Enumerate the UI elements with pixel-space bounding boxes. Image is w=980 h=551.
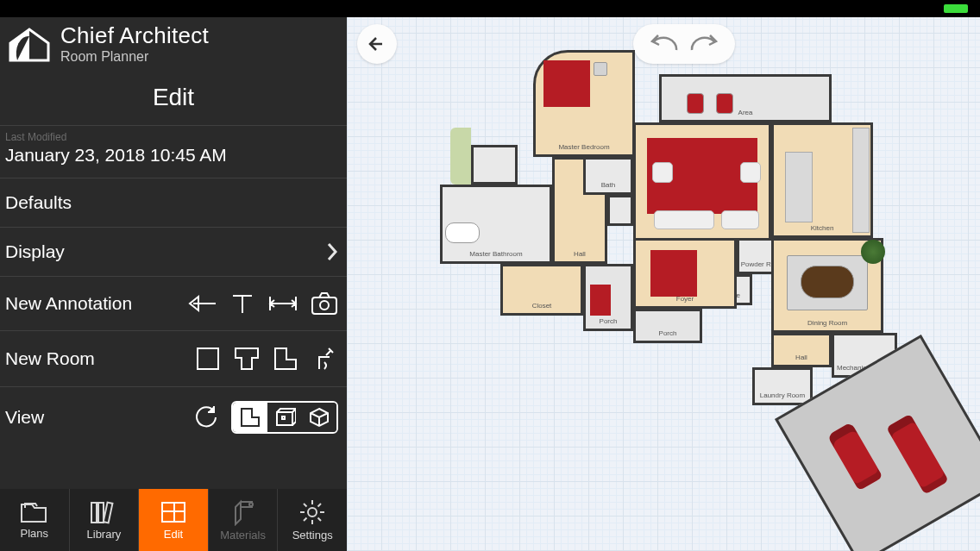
tab-library[interactable]: Library xyxy=(70,489,140,551)
tub[interactable] xyxy=(445,222,480,243)
view-3d-button[interactable] xyxy=(302,403,336,432)
room-porch-2[interactable] xyxy=(633,309,702,343)
tab-materials-label: Materials xyxy=(220,529,266,542)
view-mode-toggle xyxy=(231,401,338,434)
room-bath[interactable] xyxy=(583,157,633,195)
tab-materials[interactable]: Materials xyxy=(209,489,279,551)
car-2[interactable] xyxy=(886,414,949,495)
tab-edit-label: Edit xyxy=(164,528,183,541)
tab-settings[interactable]: Settings xyxy=(278,489,347,551)
row-defaults-label: Defaults xyxy=(5,192,72,213)
dining-table[interactable] xyxy=(801,266,854,298)
furn-chair[interactable] xyxy=(716,93,733,114)
kitchen-counter[interactable] xyxy=(852,128,870,233)
brand-logo-icon xyxy=(7,26,52,62)
kitchen-island[interactable] xyxy=(785,152,813,222)
tab-plans[interactable]: Plans xyxy=(0,489,70,551)
view-dollhouse-button[interactable] xyxy=(267,403,302,432)
tab-plans-label: Plans xyxy=(21,527,49,540)
dimension-annotation-icon[interactable] xyxy=(267,292,298,315)
row-annotation-label: New Annotation xyxy=(5,293,132,314)
view-2d-button[interactable] xyxy=(233,403,267,432)
armchair[interactable] xyxy=(740,162,761,183)
room-lshape-icon[interactable] xyxy=(273,346,298,372)
back-button[interactable] xyxy=(357,24,397,64)
furn-nightstand[interactable] xyxy=(594,62,607,76)
room-tshape-icon[interactable] xyxy=(233,346,261,372)
arrow-left-icon xyxy=(367,34,387,54)
svg-rect-2 xyxy=(198,348,218,369)
room-laundry[interactable] xyxy=(752,367,813,405)
chevron-right-icon xyxy=(326,241,338,262)
room-wc[interactable] xyxy=(471,145,518,185)
row-display[interactable]: Display xyxy=(0,228,347,277)
armchair[interactable] xyxy=(652,162,673,183)
room-area[interactable] xyxy=(659,74,832,122)
plant[interactable] xyxy=(861,240,885,264)
row-defaults[interactable]: Defaults xyxy=(0,178,347,228)
row-display-label: Display xyxy=(5,241,65,262)
refresh-icon[interactable] xyxy=(193,404,219,430)
room-linen[interactable] xyxy=(607,195,633,226)
last-modified-label: Last Modified xyxy=(0,126,347,143)
bed-guest[interactable] xyxy=(650,250,697,297)
panel-title: Edit xyxy=(0,75,347,126)
room-freehand-icon[interactable] xyxy=(311,345,338,373)
sidebar: Chief Architect Room Planner Edit Last M… xyxy=(0,0,347,551)
car-1[interactable] xyxy=(827,422,883,491)
brand-subtitle: Room Planner xyxy=(60,49,209,65)
row-annotation: New Annotation xyxy=(0,277,347,331)
last-modified-value: January 23, 2018 10:45 AM xyxy=(0,143,347,178)
furn-chair[interactable] xyxy=(687,93,704,114)
svg-rect-4 xyxy=(91,503,97,523)
app-root: Chief Architect Room Planner Edit Last M… xyxy=(0,0,980,551)
row-new-room: New Room xyxy=(0,331,347,387)
room-closet[interactable] xyxy=(500,264,583,316)
sofa[interactable] xyxy=(721,210,759,229)
svg-point-8 xyxy=(249,503,253,506)
status-bar xyxy=(0,0,980,17)
svg-point-9 xyxy=(308,508,317,517)
bottom-tab-bar: Plans Library Edit Materials Settings xyxy=(0,489,347,551)
svg-point-1 xyxy=(320,301,329,310)
svg-rect-6 xyxy=(104,503,113,523)
svg-rect-0 xyxy=(312,297,336,314)
tab-library-label: Library xyxy=(87,528,122,541)
door-mat[interactable] xyxy=(590,285,611,316)
battery-icon xyxy=(944,4,968,13)
row-view-label: View xyxy=(5,407,44,428)
text-annotation-icon[interactable] xyxy=(229,291,255,316)
camera-annotation-icon[interactable] xyxy=(311,291,338,316)
svg-rect-5 xyxy=(98,503,104,523)
bed[interactable] xyxy=(543,60,590,107)
floor-plan[interactable] xyxy=(395,41,947,507)
floorplan-canvas[interactable] xyxy=(347,0,980,551)
room-hall-2[interactable] xyxy=(771,333,832,367)
arrow-annotation-icon[interactable] xyxy=(185,291,217,316)
tab-settings-label: Settings xyxy=(292,529,333,542)
tab-edit[interactable]: Edit xyxy=(139,489,209,551)
landscape xyxy=(450,128,471,185)
sofa[interactable] xyxy=(654,210,714,229)
brand-title: Chief Architect xyxy=(60,22,209,49)
room-square-icon[interactable] xyxy=(195,346,221,372)
row-view: View xyxy=(0,387,347,448)
row-new-room-label: New Room xyxy=(5,348,95,369)
